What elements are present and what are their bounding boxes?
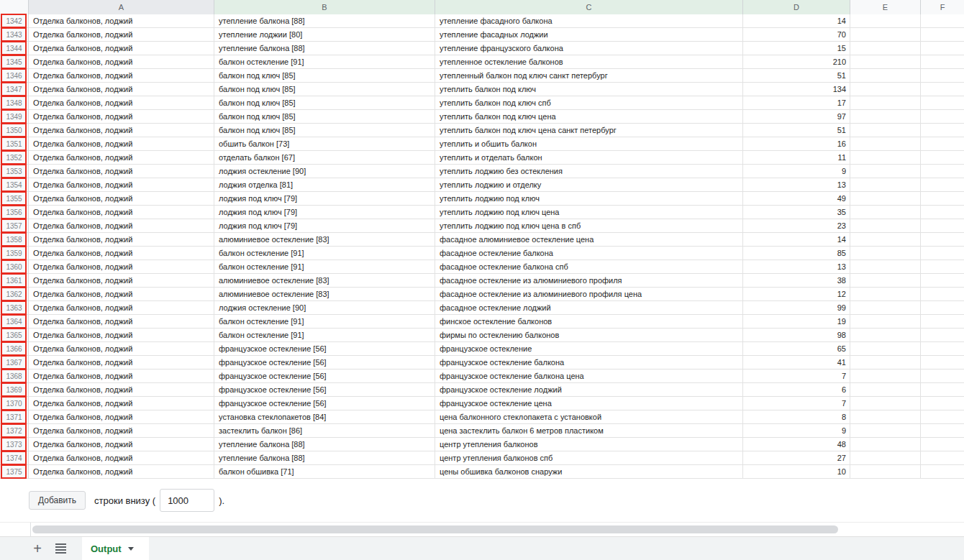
cell-f[interactable]: [921, 438, 964, 451]
cell-c[interactable]: утеплить и обшить балкон: [435, 137, 743, 151]
row-header[interactable]: 1342: [0, 14, 29, 28]
cell-e[interactable]: [850, 383, 921, 397]
cell-e[interactable]: [850, 83, 921, 96]
cell-c[interactable]: утепление французского балкона: [435, 42, 743, 55]
row-header[interactable]: 1354: [0, 178, 29, 192]
cell-c[interactable]: французское остекление балкона цена: [435, 369, 743, 383]
cell-d[interactable]: 35: [743, 206, 850, 219]
cell-d[interactable]: 65: [743, 342, 850, 356]
row-header[interactable]: 1359: [0, 247, 29, 260]
select-all-corner[interactable]: [0, 0, 29, 14]
cell-e[interactable]: [850, 288, 921, 301]
row-header[interactable]: 1350: [0, 124, 29, 137]
cell-a[interactable]: Отделка балконов, лоджий: [29, 465, 214, 479]
row-header[interactable]: 1344: [0, 42, 29, 55]
row-header[interactable]: 1370: [0, 397, 29, 410]
cell-f[interactable]: [921, 342, 964, 356]
row-header[interactable]: 1355: [0, 192, 29, 206]
row-header[interactable]: 1372: [0, 424, 29, 438]
cell-a[interactable]: Отделка балконов, лоджий: [29, 438, 214, 451]
cell-e[interactable]: [850, 28, 921, 42]
column-header-e[interactable]: E: [850, 0, 921, 14]
cell-a[interactable]: Отделка балконов, лоджий: [29, 14, 214, 28]
cell-a[interactable]: Отделка балконов, лоджий: [29, 96, 214, 110]
cell-b[interactable]: балкон остекление [91]: [214, 247, 435, 260]
cell-f[interactable]: [921, 137, 964, 151]
cell-d[interactable]: 9: [743, 424, 850, 438]
row-header[interactable]: 1374: [0, 451, 29, 465]
cell-b[interactable]: балкон остекление [91]: [214, 329, 435, 342]
cell-a[interactable]: Отделка балконов, лоджий: [29, 55, 214, 69]
row-header[interactable]: 1371: [0, 410, 29, 424]
cell-c[interactable]: утеплить и отделать балкон: [435, 151, 743, 165]
cell-a[interactable]: Отделка балконов, лоджий: [29, 356, 214, 369]
cell-e[interactable]: [850, 451, 921, 465]
sheet-tab-output[interactable]: Output: [82, 537, 149, 560]
cell-b[interactable]: балкон остекление [91]: [214, 260, 435, 274]
cell-c[interactable]: французское остекление: [435, 342, 743, 356]
cell-b[interactable]: утепление балкона [88]: [214, 438, 435, 451]
cell-a[interactable]: Отделка балконов, лоджий: [29, 260, 214, 274]
cell-f[interactable]: [921, 124, 964, 137]
cell-f[interactable]: [921, 165, 964, 178]
cell-e[interactable]: [850, 465, 921, 479]
cell-c[interactable]: утеплить балкон под ключ спб: [435, 96, 743, 110]
cell-b[interactable]: утепление балкона [88]: [214, 14, 435, 28]
horizontal-scrollbar-track[interactable]: [0, 522, 964, 536]
cell-f[interactable]: [921, 315, 964, 329]
cell-e[interactable]: [850, 192, 921, 206]
cell-e[interactable]: [850, 410, 921, 424]
cell-b[interactable]: алюминиевое остекление [83]: [214, 233, 435, 247]
column-header-c[interactable]: C: [435, 0, 743, 14]
cell-b[interactable]: лоджия под ключ [79]: [214, 192, 435, 206]
cell-e[interactable]: [850, 438, 921, 451]
cell-b[interactable]: французское остекление [56]: [214, 383, 435, 397]
cell-b[interactable]: установка стеклопакетов [84]: [214, 410, 435, 424]
cell-a[interactable]: Отделка балконов, лоджий: [29, 247, 214, 260]
cell-d[interactable]: 13: [743, 178, 850, 192]
cell-a[interactable]: Отделка балконов, лоджий: [29, 288, 214, 301]
cell-a[interactable]: Отделка балконов, лоджий: [29, 165, 214, 178]
cell-e[interactable]: [850, 301, 921, 315]
cell-a[interactable]: Отделка балконов, лоджий: [29, 233, 214, 247]
cell-e[interactable]: [850, 233, 921, 247]
cell-c[interactable]: утепление фасадного балкона: [435, 14, 743, 28]
cell-a[interactable]: Отделка балконов, лоджий: [29, 110, 214, 124]
cell-f[interactable]: [921, 206, 964, 219]
cell-b[interactable]: балкон остекление [91]: [214, 315, 435, 329]
cell-a[interactable]: Отделка балконов, лоджий: [29, 342, 214, 356]
row-header[interactable]: 1368: [0, 369, 29, 383]
cell-b[interactable]: французское остекление [56]: [214, 397, 435, 410]
cell-b[interactable]: лоджия остекление [90]: [214, 165, 435, 178]
cell-e[interactable]: [850, 247, 921, 260]
cell-b[interactable]: французское остекление [56]: [214, 369, 435, 383]
cell-d[interactable]: 19: [743, 315, 850, 329]
cell-c[interactable]: французское остекление лоджий: [435, 383, 743, 397]
cell-d[interactable]: 7: [743, 369, 850, 383]
cell-b[interactable]: утепление балкона [88]: [214, 451, 435, 465]
cell-a[interactable]: Отделка балконов, лоджий: [29, 28, 214, 42]
cell-d[interactable]: 51: [743, 69, 850, 83]
cell-b[interactable]: лоджия под ключ [79]: [214, 219, 435, 233]
cell-b[interactable]: балкон под ключ [85]: [214, 83, 435, 96]
row-header[interactable]: 1361: [0, 274, 29, 288]
cell-c[interactable]: цена застеклить балкон 6 метров пластико…: [435, 424, 743, 438]
cell-e[interactable]: [850, 14, 921, 28]
row-header[interactable]: 1343: [0, 28, 29, 42]
row-header[interactable]: 1363: [0, 301, 29, 315]
row-header[interactable]: 1358: [0, 233, 29, 247]
row-header[interactable]: 1348: [0, 96, 29, 110]
cell-e[interactable]: [850, 124, 921, 137]
cell-e[interactable]: [850, 315, 921, 329]
row-header[interactable]: 1353: [0, 165, 29, 178]
row-header[interactable]: 1365: [0, 329, 29, 342]
cell-e[interactable]: [850, 151, 921, 165]
cell-d[interactable]: 11: [743, 151, 850, 165]
column-header-f[interactable]: F: [921, 0, 964, 14]
cell-d[interactable]: 99: [743, 301, 850, 315]
cell-a[interactable]: Отделка балконов, лоджий: [29, 424, 214, 438]
row-header[interactable]: 1346: [0, 69, 29, 83]
cell-b[interactable]: отделать балкон [67]: [214, 151, 435, 165]
cell-d[interactable]: 48: [743, 438, 850, 451]
cell-d[interactable]: 15: [743, 42, 850, 55]
